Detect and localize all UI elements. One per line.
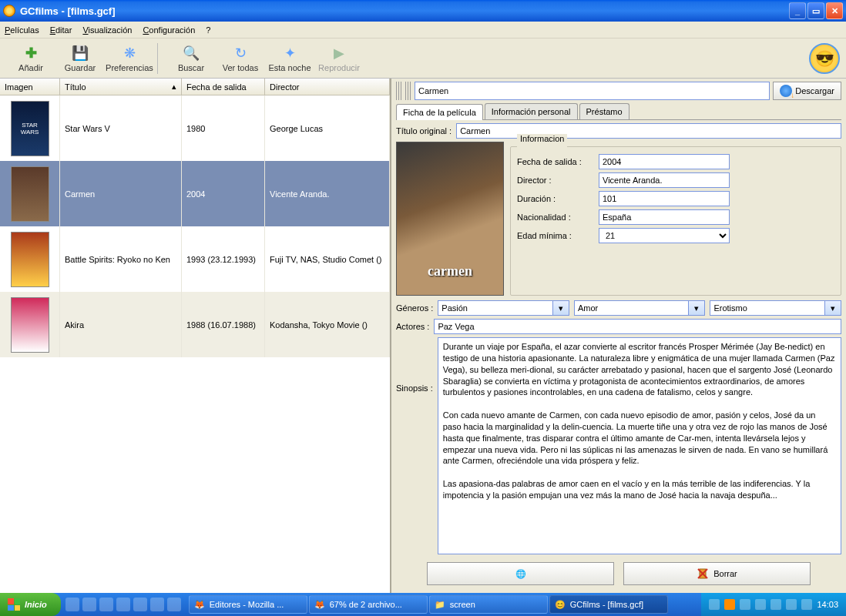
smiley-icon: 😎	[809, 43, 840, 74]
grip-icon[interactable]	[405, 82, 411, 100]
borrar-button[interactable]: Borrar	[623, 562, 811, 585]
globe-icon: 🌐	[515, 569, 526, 579]
label-titulo-original: Título original :	[396, 126, 452, 136]
delete-icon	[697, 567, 709, 580]
ql-icon[interactable]	[65, 598, 79, 611]
clock[interactable]: 14:03	[817, 600, 838, 609]
table-row[interactable]: Carmen 2004 Vicente Aranda.	[0, 161, 390, 226]
ql-icon[interactable]	[133, 598, 147, 611]
chevron-down-icon[interactable]: ▾	[552, 300, 569, 316]
play-icon: ▶	[334, 45, 344, 62]
download-button[interactable]: Descargar	[773, 82, 841, 100]
add-button[interactable]: ✚Añadir	[6, 41, 55, 76]
table-row[interactable]: STAR WARS Star Wars V 1980 George Lucas	[0, 95, 390, 161]
tab-ficha[interactable]: Ficha de la película	[396, 104, 483, 120]
ql-icon[interactable]	[82, 598, 96, 611]
thumbnail	[11, 297, 49, 353]
windows-logo-icon	[8, 598, 20, 611]
poster-image[interactable]: carmen	[396, 142, 504, 296]
refresh-icon: ↻	[235, 45, 247, 62]
tray-icon[interactable]	[724, 599, 735, 610]
plus-icon: ✚	[25, 45, 37, 62]
taskbar: Inicio 🦊Editores - Mozilla ... 🦊67% de 2…	[0, 593, 846, 616]
menu-configuracion[interactable]: Configuración	[143, 25, 195, 35]
col-titulo[interactable]: Título▴	[60, 79, 182, 95]
genero1-combo[interactable]: ▾	[438, 300, 569, 316]
director-input[interactable]	[599, 172, 730, 188]
tray-icon[interactable]	[755, 599, 766, 610]
sparkle-icon: ✦	[284, 45, 296, 62]
tray-icon[interactable]	[801, 599, 812, 610]
start-button[interactable]: Inicio	[0, 593, 61, 616]
duracion-input[interactable]	[599, 191, 730, 206]
task-item[interactable]: 🦊Editores - Mozilla ...	[189, 595, 307, 614]
task-item[interactable]: 😊GCfilms - [films.gcf]	[549, 595, 668, 614]
menu-editar[interactable]: Editar	[50, 25, 72, 35]
search-icon: 🔍	[183, 45, 200, 62]
ql-icon[interactable]	[116, 598, 130, 611]
tray-icon[interactable]	[709, 599, 720, 610]
toolbar: ✚Añadir 💾Guardar ❋Preferencias 🔍Buscar ↻…	[0, 38, 846, 79]
table-row[interactable]: Akira 1988 (16.07.1988) Kodansha, Tokyo …	[0, 292, 390, 357]
nacionalidad-input[interactable]	[599, 209, 730, 225]
tonight-button[interactable]: ✦Esta noche	[265, 41, 314, 76]
genero3-combo[interactable]: ▾	[710, 300, 841, 316]
thumbnail	[11, 232, 49, 287]
col-director[interactable]: Director	[265, 79, 390, 95]
menu-peliculas[interactable]: Películas	[5, 25, 39, 35]
table-header: Imagen Título▴ Fecha de salida Director	[0, 79, 390, 95]
tab-prestamo[interactable]: Préstamo	[579, 103, 629, 119]
film-list-pane: Imagen Título▴ Fecha de salida Director …	[0, 79, 391, 593]
ql-icon[interactable]	[150, 598, 164, 611]
task-item[interactable]: 🦊67% de 2 archivo...	[309, 595, 428, 614]
menu-help[interactable]: ?	[206, 25, 210, 35]
quick-launch	[61, 598, 186, 611]
system-tray: 14:03	[701, 593, 846, 616]
fecha-input[interactable]	[599, 154, 730, 169]
task-item[interactable]: 📁screen	[429, 595, 548, 614]
tray-icon[interactable]	[770, 599, 781, 610]
titulo-original-input[interactable]	[456, 123, 841, 139]
edad-select[interactable]: 21	[599, 228, 730, 243]
prefs-button[interactable]: ❋Preferencias	[105, 41, 154, 76]
film-title-input[interactable]	[415, 82, 770, 100]
sort-asc-icon: ▴	[172, 82, 176, 92]
minimize-button[interactable]: _	[789, 2, 806, 19]
app-icon	[3, 5, 15, 17]
web-button[interactable]: 🌐	[427, 562, 614, 585]
menu-bar: Películas Editar Visualización Configura…	[0, 22, 846, 38]
tray-icon[interactable]	[740, 599, 750, 610]
table-row[interactable]: Battle Spirits: Ryoko no Ken 1993 (23.12…	[0, 226, 390, 292]
save-button[interactable]: 💾Guardar	[55, 41, 105, 76]
tabs: Ficha de la película Información persona…	[396, 103, 841, 120]
thumbnail	[11, 166, 49, 222]
chevron-down-icon[interactable]: ▾	[688, 300, 705, 316]
genero2-combo[interactable]: ▾	[574, 300, 706, 316]
close-button[interactable]: ✕	[826, 2, 843, 19]
view-all-button[interactable]: ↻Ver todas	[216, 41, 265, 76]
globe-download-icon	[780, 85, 792, 97]
actores-input[interactable]	[434, 319, 841, 334]
tab-personal[interactable]: Información personal	[485, 103, 578, 119]
col-imagen[interactable]: Imagen	[0, 79, 60, 95]
grip-icon[interactable]	[396, 82, 402, 100]
search-button[interactable]: 🔍Buscar	[166, 41, 216, 76]
window-titlebar: GCfilms - [films.gcf] _ ▭ ✕	[0, 0, 846, 22]
chevron-down-icon[interactable]: ▾	[824, 300, 841, 316]
window-title: GCfilms - [films.gcf]	[20, 5, 789, 17]
col-fecha[interactable]: Fecha de salida	[182, 79, 265, 95]
ql-icon[interactable]	[99, 598, 113, 611]
ql-icon[interactable]	[167, 598, 181, 611]
maximize-button[interactable]: ▭	[807, 2, 824, 19]
detail-pane: Descargar Ficha de la película Informaci…	[391, 79, 846, 593]
tray-icon[interactable]	[786, 599, 797, 610]
gear-icon: ❋	[124, 45, 136, 62]
floppy-icon: 💾	[72, 45, 89, 62]
play-button[interactable]: ▶Reproducir	[314, 41, 364, 76]
info-fieldset: Informacion Fecha de salida : Director :…	[510, 142, 841, 296]
menu-visualizacion[interactable]: Visualización	[82, 25, 132, 35]
sinopsis-textarea[interactable]: Durante un viaje por España, el azar con…	[438, 337, 841, 554]
table-body[interactable]: STAR WARS Star Wars V 1980 George Lucas …	[0, 95, 390, 593]
thumbnail: STAR WARS	[11, 101, 49, 156]
